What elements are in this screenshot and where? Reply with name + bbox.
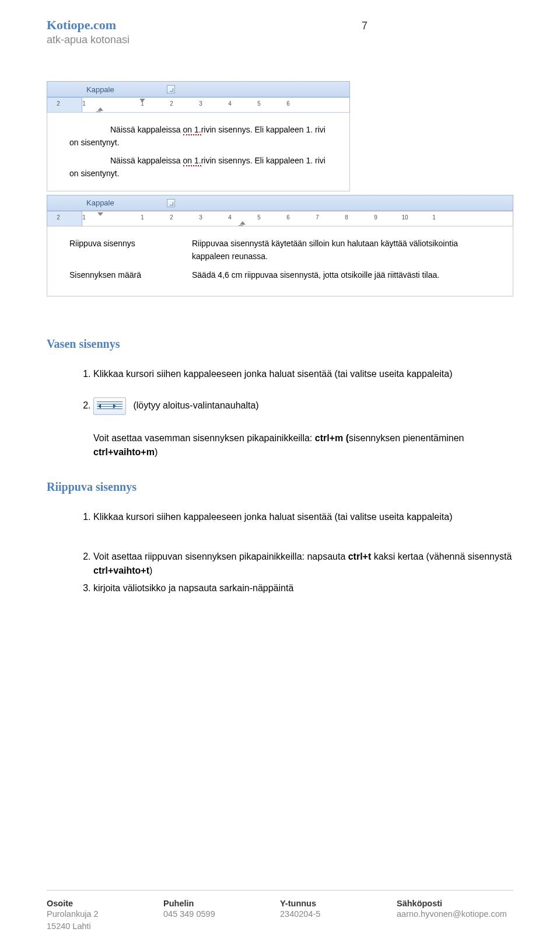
step-item: (löytyy aloitus-valintanauhalta) xyxy=(93,397,513,415)
ruler-tick: 2 xyxy=(157,214,186,221)
ruler-tick xyxy=(99,214,128,221)
ruler-tick: 4 xyxy=(215,100,244,107)
ruler-tick: 2 xyxy=(47,100,69,107)
text: Voit asettaa riippuvan sisennyksen pikap… xyxy=(93,551,348,561)
footer-col-address: Osoite Purolankuja 2 15240 Lahti xyxy=(47,899,163,932)
footer-col-email: Sähköposti aarno.hyvonen@kotiope.com xyxy=(397,899,513,932)
steps-list: Klikkaa kursori siihen kappaleeseen jonk… xyxy=(93,367,513,415)
page-number: 7 xyxy=(362,20,368,32)
text: ) xyxy=(155,447,158,457)
footer-heading: Puhelin xyxy=(163,899,280,908)
heading-vasen-sisennys: Vasen sisennys xyxy=(47,337,513,351)
footer-value: aarno.hyvonen@kotiope.com xyxy=(397,908,513,920)
keyboard-shortcut: ctrl+m ( xyxy=(315,433,349,443)
row-body: Riippuvaa sisennystä käytetään silloin k… xyxy=(192,237,496,263)
footer-heading: Osoite xyxy=(47,899,163,908)
ruler-tick: 10 xyxy=(390,214,419,221)
ruler: 2 1 1 2 3 4 5 6 xyxy=(47,97,350,113)
word-screenshot-2: Kappale 2 1 1 2 3 4 5 6 7 8 9 10 1 Riipp… xyxy=(47,195,513,296)
text: ) xyxy=(149,565,152,575)
footer-value: 045 349 0599 xyxy=(163,908,280,920)
paragraph: Näissä kappaleissa on 1.rivin sisennys. … xyxy=(69,154,333,180)
ruler-tick: 2 xyxy=(157,100,186,107)
ruler-tick: 4 xyxy=(215,214,244,221)
ruler-tick: 8 xyxy=(332,214,361,221)
brand-tagline: atk-apua kotonasi xyxy=(47,34,130,46)
ruler-tick: 5 xyxy=(244,214,274,221)
text: Näissä kappaleissa xyxy=(110,156,183,165)
ruler-tick: 1 xyxy=(69,214,99,221)
ruler-tick: 1 xyxy=(419,214,449,221)
page-footer: Osoite Purolankuja 2 15240 Lahti Puhelin… xyxy=(47,890,513,932)
ribbon-group-label: Kappale xyxy=(86,85,114,94)
ribbon-group-label: Kappale xyxy=(86,198,114,207)
text: Voit asettaa vasemman sisennyksen pikapa… xyxy=(93,433,315,443)
document-area: Riippuva sisennys Riippuvaa sisennystä k… xyxy=(47,226,513,296)
row-label: Riippuva sisennys xyxy=(69,237,192,263)
ruler-tick: 3 xyxy=(186,100,215,107)
page-header: Kotiope.com atk-apua kotonasi 7 xyxy=(47,18,513,46)
step-item: Voit asettaa riippuvan sisennyksen pikap… xyxy=(93,550,513,578)
hanging-indent-row: Sisennyksen määrä Säädä 4,6 cm riippuvaa… xyxy=(69,268,496,281)
spelling-squiggle: on 1. xyxy=(183,125,201,135)
text: kaksi kertaa (vähennä sisennystä xyxy=(371,551,512,561)
ruler: 2 1 1 2 3 4 5 6 7 8 9 10 1 xyxy=(47,211,513,226)
step-item: Klikkaa kursori siihen kappaleeseen jonk… xyxy=(93,510,513,524)
ruler-tick: 2 xyxy=(47,214,69,221)
footer-col-business-id: Y-tunnus 2340204-5 xyxy=(280,899,397,932)
ruler-tick: 6 xyxy=(274,214,303,221)
text: sisennyksen pienentäminen xyxy=(349,433,464,443)
step-item: Klikkaa kursori siihen kappaleeseen jonk… xyxy=(93,367,513,381)
heading-riippuva-sisennys: Riippuva sisennys xyxy=(47,480,513,494)
ruler-tick: 3 xyxy=(186,214,215,221)
ruler-tick: 6 xyxy=(274,100,303,107)
ruler-tick: 1 xyxy=(128,100,157,107)
footer-heading: Y-tunnus xyxy=(280,899,397,908)
steps-list: Klikkaa kursori siihen kappaleeseen jonk… xyxy=(93,510,513,595)
keyboard-shortcut: ctrl+vaihto+m xyxy=(93,447,155,457)
hanging-indent-row: Riippuva sisennys Riippuvaa sisennystä k… xyxy=(69,237,496,263)
step-item: kirjoita väliotsikko ja napsauta sarkain… xyxy=(93,581,513,595)
ruler-tick: 7 xyxy=(303,214,332,221)
paragraph: Näissä kappaleissa on 1.rivin sisennys. … xyxy=(69,123,333,149)
ribbon-panel: Kappale xyxy=(47,195,513,211)
row-body: Säädä 4,6 cm riippuvaa sisennystä, jotta… xyxy=(192,268,496,281)
row-label: Sisennyksen määrä xyxy=(69,268,192,281)
footer-value: 15240 Lahti xyxy=(47,920,163,932)
ruler-tick: 5 xyxy=(244,100,274,107)
keyboard-shortcut: ctrl+t xyxy=(348,551,372,561)
spelling-squiggle: on 1. xyxy=(183,156,201,166)
step-text: (löytyy aloitus-valintanauhalta) xyxy=(131,400,259,410)
footer-value: 2340204-5 xyxy=(280,908,397,920)
ruler-tick: 1 xyxy=(69,100,99,107)
text: Näissä kappaleissa xyxy=(110,125,183,134)
word-screenshot-1: Kappale 2 1 1 2 3 4 5 6 Näissä kappaleis… xyxy=(47,81,350,191)
ruler-tick xyxy=(99,100,128,107)
brand-title: Kotiope.com xyxy=(47,18,130,33)
dialog-launcher-icon xyxy=(167,199,175,207)
ruler-tick: 1 xyxy=(128,214,157,221)
keyboard-shortcut: ctrl+vaihto+t xyxy=(93,565,149,575)
body-paragraph: Voit asettaa vasemman sisennyksen pikapa… xyxy=(93,431,513,459)
document-area: Näissä kappaleissa on 1.rivin sisennys. … xyxy=(47,113,350,191)
indent-buttons-icon xyxy=(93,397,126,415)
dialog-launcher-icon xyxy=(167,85,175,93)
footer-heading: Sähköposti xyxy=(397,899,513,908)
footer-col-phone: Puhelin 045 349 0599 xyxy=(163,899,280,932)
footer-value: Purolankuja 2 xyxy=(47,908,163,920)
ribbon-panel: Kappale xyxy=(47,81,350,97)
ruler-tick: 9 xyxy=(361,214,390,221)
